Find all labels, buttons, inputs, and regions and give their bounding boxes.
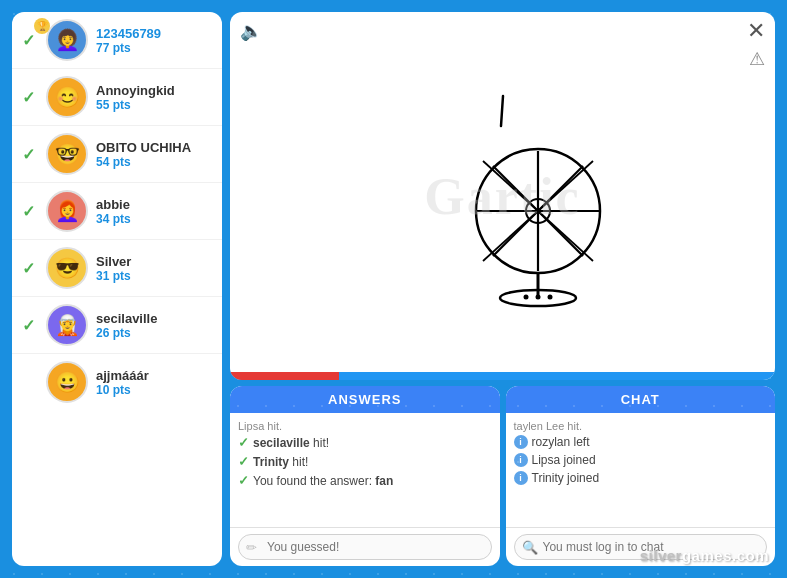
brand-silver: silver xyxy=(640,547,682,564)
player-pts: 10 pts xyxy=(96,383,212,397)
drawing-svg xyxy=(343,66,663,326)
player-check: ✓ xyxy=(22,259,42,278)
chat-panel: CHAT taylen Lee hit.irozylan leftiLipsa … xyxy=(506,386,776,566)
player-info: OBITO UCHIHA 54 pts xyxy=(96,140,212,169)
answers-input[interactable] xyxy=(238,534,492,560)
chat-text: Lipsa joined xyxy=(532,453,596,467)
answer-check-icon: ✓ xyxy=(238,454,249,469)
player-pts: 34 pts xyxy=(96,212,212,226)
player-avatar: 😀 xyxy=(46,361,88,403)
player-pts: 26 pts xyxy=(96,326,212,340)
svg-point-13 xyxy=(547,295,552,300)
pencil-icon: ✏ xyxy=(246,540,257,555)
player-check: ✓ xyxy=(22,202,42,221)
answer-line: ✓You found the answer: fan xyxy=(238,471,492,490)
progress-bar-fill xyxy=(230,372,339,380)
player-name: secilaville xyxy=(96,311,212,326)
info-icon: i xyxy=(514,435,528,449)
answers-input-area: ✏ xyxy=(230,527,500,566)
player-info: Silver 31 pts xyxy=(96,254,212,283)
player-item: ✓ 🤓 OBITO UCHIHA 54 pts xyxy=(12,126,222,183)
player-name: 123456789 xyxy=(96,26,212,41)
answer-text: You found the answer: fan xyxy=(253,474,393,488)
answer-check-icon: ✓ xyxy=(238,435,249,450)
svg-point-12 xyxy=(535,295,540,300)
info-icon: i xyxy=(514,453,528,467)
player-name: ajjmááár xyxy=(96,368,212,383)
chat-line: iTrinity joined xyxy=(514,469,768,487)
chat-line: iLipsa joined xyxy=(514,451,768,469)
player-pts: 54 pts xyxy=(96,155,212,169)
player-pts: 55 pts xyxy=(96,98,212,112)
player-info: ajjmááár 10 pts xyxy=(96,368,212,397)
checkmark-icon: ✓ xyxy=(22,146,35,163)
answer-text: Trinity hit! xyxy=(253,455,308,469)
brand-games: games.com xyxy=(682,547,769,564)
chat-line: irozylan left xyxy=(514,433,768,451)
player-pts: 31 pts xyxy=(96,269,212,283)
player-avatar: 👩‍🦰 xyxy=(46,190,88,232)
player-check: ✓ xyxy=(22,145,42,164)
player-avatar: 🧝 xyxy=(46,304,88,346)
answers-panel: ANSWERS Lipsa hit.✓secilaville hit!✓Trin… xyxy=(230,386,500,566)
player-avatar: 👩‍🦱 xyxy=(46,19,88,61)
bottom-area: ANSWERS Lipsa hit.✓secilaville hit!✓Trin… xyxy=(230,386,775,566)
player-item: ✓ 👩‍🦱 🏆 123456789 77 pts xyxy=(12,12,222,69)
player-name: Silver xyxy=(96,254,212,269)
chat-text: Trinity joined xyxy=(532,471,600,485)
player-check: ✓ xyxy=(22,88,42,107)
player-name: Annoyingkid xyxy=(96,83,212,98)
crown-badge: 🏆 xyxy=(34,18,50,34)
right-panel: 🔈 ✕ ⚠ Gartic xyxy=(230,12,775,566)
brand-label: silvergames.com xyxy=(640,547,769,564)
answer-text: secilaville hit! xyxy=(253,436,329,450)
player-avatar: 😎 xyxy=(46,247,88,289)
answer-line: ✓Trinity hit! xyxy=(238,452,492,471)
player-info: secilaville 26 pts xyxy=(96,311,212,340)
player-item: ✓ 🧝 secilaville 26 pts xyxy=(12,297,222,354)
player-info: abbie 34 pts xyxy=(96,197,212,226)
chat-header: CHAT xyxy=(506,386,776,413)
checkmark-icon: ✓ xyxy=(22,260,35,277)
player-item: ✓ 👩‍🦰 abbie 34 pts xyxy=(12,183,222,240)
player-avatar: 🤓 xyxy=(46,133,88,175)
progress-bar xyxy=(230,372,775,380)
player-item: ✓ 😊 Annoyingkid 55 pts xyxy=(12,69,222,126)
checkmark-icon: ✓ xyxy=(22,32,35,49)
player-info: Annoyingkid 55 pts xyxy=(96,83,212,112)
player-check: ✓ xyxy=(22,316,42,335)
player-avatar: 😊 xyxy=(46,76,88,118)
answers-header: ANSWERS xyxy=(230,386,500,413)
svg-line-0 xyxy=(501,96,503,126)
search-icon: 🔍 xyxy=(522,540,538,555)
checkmark-icon: ✓ xyxy=(22,317,35,334)
chat-text: rozylan left xyxy=(532,435,590,449)
player-name: abbie xyxy=(96,197,212,212)
truncated-line: Lipsa hit. xyxy=(238,419,492,433)
answers-content: Lipsa hit.✓secilaville hit!✓Trinity hit!… xyxy=(230,413,500,527)
canvas-drawing: Gartic xyxy=(230,12,775,380)
answer-line: ✓secilaville hit! xyxy=(238,433,492,452)
canvas-area: 🔈 ✕ ⚠ Gartic xyxy=(230,12,775,380)
svg-point-11 xyxy=(523,295,528,300)
info-icon: i xyxy=(514,471,528,485)
player-name: OBITO UCHIHA xyxy=(96,140,212,155)
player-item: 😀 ajjmááár 10 pts xyxy=(12,354,222,410)
player-pts: 77 pts xyxy=(96,41,212,55)
player-info: 123456789 77 pts xyxy=(96,26,212,55)
player-item: ✓ 😎 Silver 31 pts xyxy=(12,240,222,297)
answer-check-icon: ✓ xyxy=(238,473,249,488)
chat-content: taylen Lee hit.irozylan leftiLipsa joine… xyxy=(506,413,776,527)
checkmark-icon: ✓ xyxy=(22,203,35,220)
players-panel: ✓ 👩‍🦱 🏆 123456789 77 pts ✓ 😊 Annoyingkid… xyxy=(12,12,222,566)
checkmark-icon: ✓ xyxy=(22,89,35,106)
chat-truncated-line: taylen Lee hit. xyxy=(514,419,768,433)
